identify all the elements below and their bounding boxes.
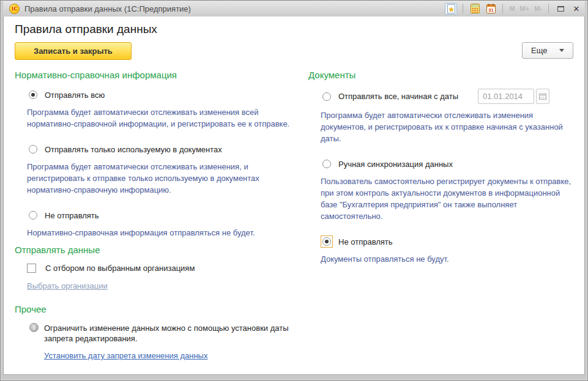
radio-label: Отправлять всю [45,91,105,100]
checkbox-icon [27,264,36,273]
radio-docs-manual-sync[interactable]: Ручная синхронизация данных [321,158,573,170]
hint-docs-send-from-date: Программа будет автоматически отслеживат… [321,109,573,144]
radio-label: Ручная синхронизация данных [338,160,453,169]
close-button[interactable]: ✕ [570,3,582,15]
toolbar: Записать и закрыть Еще [15,42,573,60]
section-title-other: Прочее [15,304,308,314]
more-button-label: Еще [531,46,547,55]
form-content: Правила отправки данных Записать и закры… [3,17,585,375]
titlebar-separator [548,4,549,13]
radio-icon [322,92,331,101]
memory-m-minus-button[interactable]: M- [534,5,543,12]
maximize-icon [557,6,564,12]
1c-logo-icon: 1С [9,4,20,14]
window-title: Правила отправки данных (1С:Предприятие) [24,4,445,13]
radio-label: Отправлять только используемую в докумен… [45,145,222,154]
section-title-nsi: Нормативно-справочная информация [15,70,308,80]
memory-m-plus-button[interactable]: M+ [519,5,530,12]
page-title: Правила отправки данных [15,23,573,36]
maximize-button[interactable] [554,3,567,15]
radio-nsi-send-all[interactable]: Отправлять всю [27,89,308,101]
radio-icon [29,145,37,154]
info-text: Ограничить изменение данных можно с помо… [44,323,308,344]
radio-nsi-send-used[interactable]: Отправлять только используемую в докумен… [27,143,308,155]
svg-text:31: 31 [488,7,493,13]
calculator-icon[interactable] [469,3,481,15]
close-icon: ✕ [573,5,580,13]
select-organizations-link[interactable]: Выбрать организации [27,281,108,290]
hint-nsi-send-used: Программа будет автоматически отслеживат… [27,161,299,196]
mini-calendar-icon [539,94,546,100]
radio-nsi-dont-send[interactable]: Не отправлять [27,209,308,221]
calendar-icon[interactable]: 31 [485,3,497,15]
info-icon: i [29,323,39,332]
hint-docs-dont-send: Документы отправляться не будут. [321,253,573,265]
radio-icon [322,237,331,246]
section-title-send-data: Отправлять данные [15,245,308,255]
hint-nsi-send-all: Программа будет автоматически отслеживат… [27,106,299,130]
radio-label: Отправлять все, начиная с даты [338,92,458,101]
checkbox-filter-by-orgs[interactable]: С отбором по выбранным организациям [27,264,308,273]
hint-docs-manual-sync: Пользователь самостоятельно регистрирует… [321,176,573,222]
chevron-down-icon [559,49,564,52]
start-date-input[interactable] [478,89,534,104]
date-picker-button[interactable] [536,89,549,104]
section-title-documents: Документы [308,70,573,80]
titlebar-separator [502,4,503,13]
checkbox-label: С отбором по выбранным организациям [45,264,195,273]
radio-icon [29,91,37,99]
titlebar: 1С Правила отправки данных (1С:Предприят… [3,1,585,17]
radio-label: Не отправлять [338,237,393,246]
hint-nsi-dont-send: Нормативно-справочная информация отправл… [27,227,299,239]
radio-icon [29,211,37,220]
set-restriction-date-link[interactable]: Установить дату запрета изменения данных [44,351,207,360]
app-window: 1С Правила отправки данных (1С:Предприят… [0,0,588,381]
info-row: i Ограничить изменение данных можно с по… [29,323,308,344]
memory-m-button[interactable]: M [508,5,515,12]
radio-docs-dont-send[interactable]: Не отправлять [321,235,573,248]
save-and-close-button[interactable]: Записать и закрыть [15,42,132,60]
radio-label: Не отправлять [45,211,99,220]
more-button[interactable]: Еще [522,42,573,59]
radio-icon [322,160,331,168]
radio-docs-send-from-date[interactable]: Отправлять все, начиная с даты [321,89,573,104]
favorites-star-page-icon[interactable] [445,3,457,15]
titlebar-separator [463,4,463,13]
